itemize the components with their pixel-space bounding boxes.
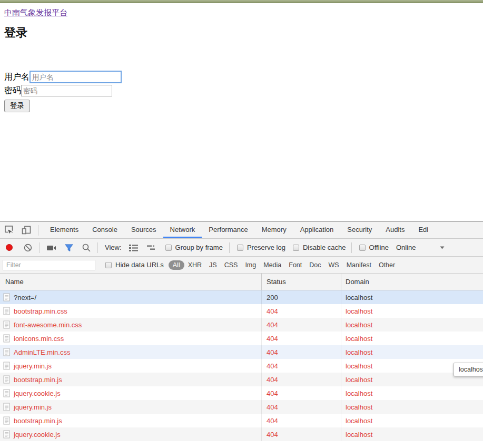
filter-type-all[interactable]: All — [169, 260, 184, 270]
password-label: 密码 — [4, 86, 21, 95]
username-input[interactable] — [29, 71, 122, 83]
waterfall-view-icon[interactable] — [146, 244, 156, 252]
request-name-cell: ionicons.min.css — [0, 332, 262, 345]
filter-type-img[interactable]: Img — [245, 261, 256, 269]
request-status-cell: 404 — [262, 414, 341, 427]
tab-edi[interactable]: Edi — [411, 222, 435, 238]
filter-type-xhr[interactable]: XHR — [188, 261, 202, 269]
preserve-log-label: Preserve log — [247, 244, 285, 251]
network-request-row[interactable]: AdminLTE.min.css404localhost — [0, 345, 483, 359]
request-status-cell: 404 — [262, 359, 341, 373]
disable-cache-label: Disable cache — [303, 244, 346, 251]
offline-checkbox[interactable] — [359, 245, 366, 251]
devtools-tabs: ElementsConsoleSourcesNetworkPerformance… — [43, 222, 435, 238]
tab-network[interactable]: Network — [163, 222, 202, 238]
network-request-row[interactable]: jquery.min.js404localhost — [0, 359, 483, 373]
document-icon — [3, 375, 10, 384]
document-icon — [3, 293, 10, 301]
tab-sources[interactable]: Sources — [124, 222, 163, 238]
network-request-list: ?next=/200localhost bootstrap.min.css404… — [0, 290, 483, 441]
network-request-row[interactable]: ionicons.min.css404localhost — [0, 332, 483, 345]
network-request-row[interactable]: font-awesome.min.css404localhost — [0, 318, 483, 332]
column-header-domain[interactable]: Domain — [341, 274, 483, 290]
request-name: bootstrap.min.js — [14, 417, 62, 425]
request-name-cell: jquery.min.js — [0, 400, 262, 414]
document-icon — [3, 320, 10, 329]
login-button[interactable]: 登录 — [4, 100, 30, 112]
site-link[interactable]: 中南气象发报平台 — [4, 8, 67, 18]
separator — [351, 242, 352, 253]
request-domain-cell: localhost — [341, 414, 483, 427]
network-table-header: Name Status Domain — [0, 274, 483, 290]
request-name: font-awesome.min.css — [14, 321, 82, 329]
network-request-row[interactable]: jquery.min.js404localhost — [0, 400, 483, 414]
document-icon — [3, 389, 10, 397]
clear-icon[interactable] — [23, 243, 33, 252]
request-name-cell: jquery.cookie.js — [0, 386, 262, 400]
network-request-row[interactable]: bootstrap.min.js404localhost — [0, 373, 483, 386]
network-request-row[interactable]: ?next=/200localhost — [0, 290, 483, 304]
document-icon — [3, 307, 10, 315]
tab-console[interactable]: Console — [85, 222, 124, 238]
record-button[interactable] — [6, 244, 13, 251]
request-name: jquery.min.js — [14, 362, 52, 370]
request-name: bootstrap.min.js — [14, 376, 62, 384]
request-type-filters: AllXHRJSCSSImgMediaFontDocWSManifestOthe… — [169, 260, 402, 270]
throttling-select[interactable]: Online — [396, 244, 416, 251]
document-icon — [3, 403, 10, 411]
network-request-row[interactable]: jquery.cookie.js404localhost — [0, 427, 483, 441]
network-request-row[interactable]: bootstrap.min.css404localhost — [0, 304, 483, 318]
disable-cache-checkbox[interactable] — [293, 245, 299, 251]
request-name-cell: bootstrap.min.js — [0, 414, 262, 427]
request-name: jquery.cookie.js — [14, 431, 61, 439]
group-by-frame-label: Group by frame — [175, 244, 223, 251]
filter-input[interactable] — [3, 260, 95, 270]
column-header-status[interactable]: Status — [262, 274, 341, 290]
filter-type-media[interactable]: Media — [263, 261, 281, 269]
tab-security[interactable]: Security — [340, 222, 379, 238]
filter-type-ws[interactable]: WS — [329, 261, 339, 269]
domain-tooltip: localhost — [454, 363, 483, 376]
top-stripe — [0, 0, 483, 3]
list-view-icon[interactable] — [129, 244, 139, 252]
document-icon — [3, 430, 10, 439]
filter-type-manifest[interactable]: Manifest — [347, 261, 371, 269]
caret-down-icon[interactable] — [440, 246, 445, 249]
device-toolbar-icon[interactable] — [21, 225, 32, 235]
screenshot-camera-icon[interactable] — [46, 243, 56, 252]
filter-type-other[interactable]: Other — [379, 261, 395, 269]
separator — [39, 242, 40, 253]
tab-memory[interactable]: Memory — [255, 222, 293, 238]
network-request-row[interactable]: jquery.cookie.js404localhost — [0, 386, 483, 400]
tab-performance[interactable]: Performance — [202, 222, 254, 238]
request-status-cell: 404 — [262, 345, 341, 359]
document-icon — [3, 416, 10, 425]
column-header-name[interactable]: Name — [0, 274, 262, 290]
group-by-frame-checkbox[interactable] — [165, 245, 172, 251]
tab-elements[interactable]: Elements — [43, 222, 85, 238]
filter-type-js[interactable]: JS — [209, 261, 217, 269]
filter-funnel-icon[interactable] — [64, 243, 74, 252]
filter-type-font[interactable]: Font — [289, 261, 302, 269]
request-name-cell: font-awesome.min.css — [0, 318, 262, 332]
filter-type-css[interactable]: CSS — [224, 261, 238, 269]
preserve-log-checkbox[interactable] — [237, 245, 243, 251]
filter-type-doc[interactable]: Doc — [309, 261, 321, 269]
document-icon — [3, 334, 10, 343]
tab-application[interactable]: Application — [293, 222, 341, 238]
request-domain-cell: localhost — [341, 386, 483, 400]
request-status-cell: 404 — [262, 400, 341, 414]
hide-data-urls-checkbox[interactable] — [105, 262, 112, 268]
view-label: View: — [105, 244, 122, 251]
separator — [38, 225, 38, 236]
tab-audits[interactable]: Audits — [379, 222, 411, 238]
network-request-row[interactable]: bootstrap.min.js404localhost — [0, 414, 483, 427]
search-icon[interactable] — [82, 243, 91, 252]
devtools-tabbar: ElementsConsoleSourcesNetworkPerformance… — [0, 222, 483, 239]
request-status-cell: 200 — [262, 290, 341, 304]
request-name-cell: AdminLTE.min.css — [0, 345, 262, 359]
inspect-element-icon[interactable] — [4, 225, 15, 235]
document-icon — [3, 348, 10, 356]
request-domain-cell: localhost — [341, 318, 483, 332]
password-input[interactable] — [21, 85, 112, 96]
